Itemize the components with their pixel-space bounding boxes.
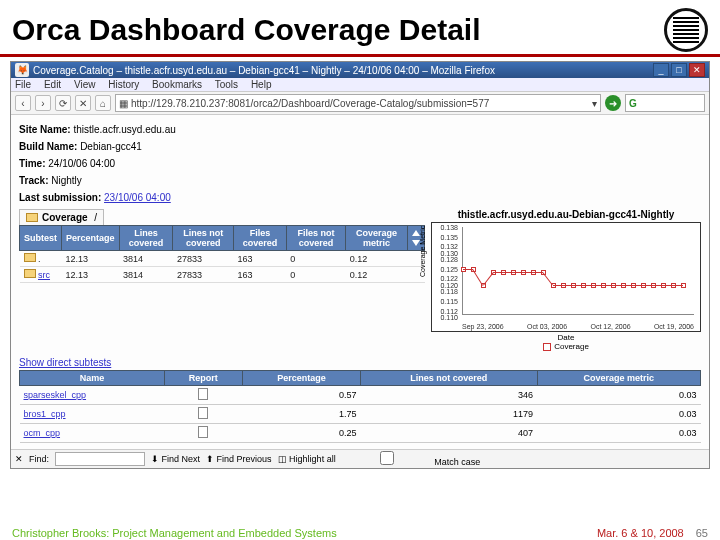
cell-name: .: [38, 254, 41, 264]
url-bar[interactable]: ▦ http://129.78.210.237:8081/orca2/Dashb…: [115, 94, 601, 112]
cell-cm: 0.12: [346, 251, 408, 267]
table-row[interactable]: sparseskel_cpp 0.57 346 0.03: [20, 386, 701, 405]
coverage-chart: thistle.acfr.usyd.edu.au-Debian-gcc41-Ni…: [431, 209, 701, 351]
menu-help[interactable]: Help: [251, 79, 272, 90]
sth-report[interactable]: Report: [164, 371, 242, 386]
subtest-link[interactable]: sparseskel_cpp: [24, 390, 87, 400]
findbar-prev-button[interactable]: ⬆ Find Previous: [206, 454, 272, 464]
sth-cm[interactable]: Coverage metric: [537, 371, 700, 386]
menu-file[interactable]: File: [15, 79, 31, 90]
coverage-table-wrap: Coverage / Subtest Percentage Lines cove…: [19, 209, 425, 351]
reload-button[interactable]: ⟳: [55, 95, 71, 111]
show-direct-subtests-link[interactable]: Show direct subtests: [19, 357, 111, 368]
menu-history[interactable]: History: [108, 79, 139, 90]
window-maximize-button[interactable]: □: [671, 63, 687, 77]
report-icon-link[interactable]: [198, 430, 208, 440]
th-lines-covered[interactable]: Lines covered: [119, 226, 173, 251]
page-content: Site Name: thistle.acfr.usyd.edu.au Buil…: [11, 115, 709, 449]
folder-icon: [26, 213, 38, 222]
back-button[interactable]: ‹: [15, 95, 31, 111]
value-build-name: Debian-gcc41: [80, 141, 142, 152]
th-percentage[interactable]: Percentage: [62, 226, 120, 251]
subtest-table: Name Report Percentage Lines not covered…: [19, 370, 701, 443]
cell-lnc: 27833: [173, 251, 234, 267]
go-button[interactable]: ➜: [605, 95, 621, 111]
search-box[interactable]: G: [625, 94, 705, 112]
cell-pct: 12.13: [62, 251, 120, 267]
cell-cm: 0.03: [537, 405, 700, 424]
coverage-tab[interactable]: Coverage /: [19, 209, 104, 225]
cell-lnc: 407: [360, 424, 537, 443]
cell-pct: 0.25: [242, 424, 360, 443]
th-files-covered[interactable]: Files covered: [234, 226, 287, 251]
browser-window: 🦊 Coverage.Catalog – thistle.acfr.usyd.e…: [10, 61, 710, 469]
th-lines-not-covered[interactable]: Lines not covered: [173, 226, 234, 251]
title-underline: [0, 54, 720, 57]
findbar-label: Find:: [29, 454, 49, 464]
cell-fc: 163: [234, 251, 287, 267]
cell-lnc: 346: [360, 386, 537, 405]
link-last-submission[interactable]: 23/10/06 04:00: [104, 192, 171, 203]
label-track: Track:: [19, 175, 48, 186]
cell-lc: 3814: [119, 267, 173, 283]
table-row[interactable]: . 12.13 3814 27833 163 0 0.12: [20, 251, 425, 267]
menu-tools[interactable]: Tools: [215, 79, 238, 90]
cell-cm: 0.03: [537, 386, 700, 405]
subtest-link[interactable]: ocm_cpp: [24, 428, 61, 438]
cell-name-link[interactable]: src: [38, 270, 50, 280]
report-icon-link[interactable]: [198, 392, 208, 402]
page-number: 65: [696, 527, 708, 539]
report-icon-link[interactable]: [198, 411, 208, 421]
subtest-link[interactable]: bros1_cpp: [24, 409, 66, 419]
menu-edit[interactable]: Edit: [44, 79, 61, 90]
cell-lc: 3814: [119, 251, 173, 267]
table-row[interactable]: src 12.13 3814 27833 163 0 0.12: [20, 267, 425, 283]
table-row[interactable]: bros1_cpp 1.75 1179 0.03: [20, 405, 701, 424]
menu-bookmarks[interactable]: Bookmarks: [152, 79, 202, 90]
findbar-input[interactable]: [55, 452, 145, 466]
cell-cm: 0.03: [537, 424, 700, 443]
report-icon: [198, 426, 208, 438]
window-title-text: Coverage.Catalog – thistle.acfr.usyd.edu…: [33, 65, 495, 76]
coverage-table: Subtest Percentage Lines covered Lines n…: [19, 225, 425, 283]
cell-pct: 1.75: [242, 405, 360, 424]
sth-pct[interactable]: Percentage: [242, 371, 360, 386]
dropdown-icon[interactable]: ▾: [592, 98, 597, 109]
stop-button[interactable]: ✕: [75, 95, 91, 111]
folder-icon: [24, 253, 36, 262]
findbar-highlight-button[interactable]: ◫ Highlight all: [278, 454, 336, 464]
cell-lnc: 1179: [360, 405, 537, 424]
browser-toolbar: ‹ › ⟳ ✕ ⌂ ▦ http://129.78.210.237:8081/o…: [11, 91, 709, 115]
th-files-not-covered[interactable]: Files not covered: [286, 226, 345, 251]
report-icon: [198, 407, 208, 419]
slide-footer: Christopher Brooks: Project Management a…: [0, 527, 720, 539]
browser-menubar: File Edit View History Bookmarks Tools H…: [11, 78, 709, 91]
firefox-icon: 🦊: [15, 63, 29, 77]
sth-name[interactable]: Name: [20, 371, 165, 386]
label-site-name: Site Name:: [19, 124, 71, 135]
value-track: Nightly: [51, 175, 82, 186]
cell-lnc: 27833: [173, 267, 234, 283]
th-subtest[interactable]: Subtest: [20, 226, 62, 251]
cell-fc: 163: [234, 267, 287, 283]
chart-legend: Coverage: [431, 342, 701, 351]
chart-title: thistle.acfr.usyd.edu.au-Debian-gcc41-Ni…: [431, 209, 701, 220]
report-icon: [198, 388, 208, 400]
th-coverage-metric[interactable]: Coverage metric: [346, 226, 408, 251]
window-minimize-button[interactable]: _: [653, 63, 669, 77]
forward-button[interactable]: ›: [35, 95, 51, 111]
sth-lnc[interactable]: Lines not covered: [360, 371, 537, 386]
slide-title: Orca Dashboard Coverage Detail: [12, 13, 481, 47]
menu-view[interactable]: View: [74, 79, 96, 90]
findbar-next-button[interactable]: ⬇ Find Next: [151, 454, 200, 464]
table-row[interactable]: ocm_cpp 0.25 407 0.03: [20, 424, 701, 443]
cell-cm: 0.12: [346, 267, 408, 283]
orca-logo: [664, 8, 708, 52]
home-button[interactable]: ⌂: [95, 95, 111, 111]
findbar-close-button[interactable]: ✕: [15, 454, 23, 464]
findbar-matchcase[interactable]: Match case: [342, 451, 481, 467]
label-build-name: Build Name:: [19, 141, 77, 152]
site-favicon: ▦: [119, 98, 128, 109]
cell-pct: 0.57: [242, 386, 360, 405]
window-close-button[interactable]: ✕: [689, 63, 705, 77]
